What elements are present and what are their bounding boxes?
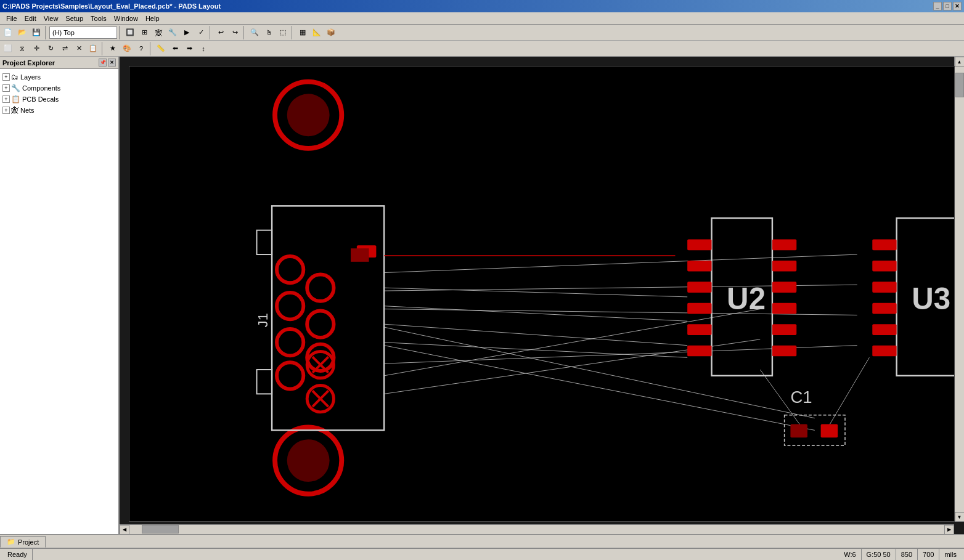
svg-rect-56 xyxy=(872,303,896,314)
align-center-button[interactable]: ↕ xyxy=(197,42,210,55)
components-expand[interactable]: + xyxy=(2,84,10,92)
maximize-button[interactable]: □ xyxy=(943,2,952,10)
align-left-button[interactable]: ⬅ xyxy=(168,42,182,55)
pe-header-buttons: 📌 ✕ xyxy=(99,59,116,67)
open-button[interactable]: 📂 xyxy=(15,26,29,39)
pe-close-button[interactable]: ✕ xyxy=(108,59,116,67)
svg-rect-47 xyxy=(772,282,796,293)
new-button[interactable]: 📄 xyxy=(1,26,15,39)
grid-button[interactable]: ⊞ xyxy=(137,26,151,39)
pcb-canvas[interactable]: ▲ ▼ ◀ ▶ xyxy=(120,57,964,534)
layers-expand[interactable]: + xyxy=(2,73,10,81)
svg-rect-43 xyxy=(687,324,711,335)
svg-text:J1: J1 xyxy=(255,313,271,327)
bottom-tabs: 📁 Project xyxy=(0,534,964,548)
filter-button[interactable]: ⧖ xyxy=(15,42,29,55)
layer-dropdown[interactable]: (H) Top xyxy=(49,26,117,39)
status-g: G:50 50 xyxy=(862,549,896,560)
align-right-button[interactable]: ➡ xyxy=(182,42,196,55)
tree-item-layers[interactable]: + 🗂 Layers xyxy=(0,71,118,83)
vscroll-thumb[interactable] xyxy=(955,73,964,97)
separator3 xyxy=(210,26,212,39)
highlight-button[interactable]: ★ xyxy=(106,42,120,55)
menu-bar: File Edit View Setup Tools Window Help xyxy=(0,12,964,25)
title-bar-buttons: _ □ ✕ xyxy=(933,2,962,10)
svg-rect-48 xyxy=(772,303,796,314)
select-button[interactable]: 🖱 xyxy=(262,26,276,39)
separator5 xyxy=(292,26,294,39)
svg-point-4 xyxy=(287,439,330,482)
zoom-in-button[interactable]: 🔍 xyxy=(248,26,261,39)
menu-window[interactable]: Window xyxy=(110,14,142,23)
sep6 xyxy=(102,42,104,55)
project-tab[interactable]: 📁 Project xyxy=(0,536,46,548)
pe-pin-button[interactable]: 📌 xyxy=(99,59,107,67)
design-rules-button[interactable]: 🔲 xyxy=(123,26,137,39)
hscroll-thumb[interactable] xyxy=(142,525,179,534)
close-button[interactable]: ✕ xyxy=(953,2,962,10)
pcb-svg: J1 xyxy=(129,67,954,521)
nets-expand[interactable]: + xyxy=(2,107,10,114)
vscroll-down[interactable]: ▼ xyxy=(955,512,965,522)
color-button[interactable]: 🎨 xyxy=(120,42,134,55)
separator1 xyxy=(45,26,47,39)
hscroll-track[interactable] xyxy=(129,525,944,535)
menu-tools[interactable]: Tools xyxy=(87,14,110,23)
hscroll[interactable]: ◀ ▶ xyxy=(120,524,954,534)
hscroll-right[interactable]: ▶ xyxy=(944,525,954,535)
undo-button[interactable]: ↩ xyxy=(214,26,227,39)
layers-icon: 🗂 xyxy=(11,73,18,81)
drc-button[interactable]: ✓ xyxy=(194,26,208,39)
component-button[interactable]: 📦 xyxy=(324,26,338,39)
hscroll-left[interactable]: ◀ xyxy=(120,525,129,535)
tree-item-pcbdecals[interactable]: + 📋 PCB Decals xyxy=(0,94,118,105)
menu-setup[interactable]: Setup xyxy=(62,14,87,23)
status-text: Ready xyxy=(7,551,27,558)
svg-rect-55 xyxy=(872,282,896,293)
sep7 xyxy=(150,42,152,55)
svg-text:C1: C1 xyxy=(790,388,812,407)
vscroll[interactable]: ▲ ▼ xyxy=(954,57,964,522)
svg-rect-41 xyxy=(687,282,711,293)
tree-item-nets[interactable]: + 🕸 Nets xyxy=(0,105,118,116)
status-unit: mils xyxy=(939,549,962,560)
svg-rect-54 xyxy=(872,261,896,272)
save-button[interactable]: 💾 xyxy=(30,26,43,39)
svg-rect-23 xyxy=(351,248,369,262)
vscroll-track[interactable] xyxy=(955,67,964,512)
auto-route-button[interactable]: ▶ xyxy=(180,26,194,39)
pcb-design[interactable]: J1 xyxy=(129,66,955,522)
pcbdecals-expand[interactable]: + xyxy=(2,95,10,103)
move-button[interactable]: ✛ xyxy=(30,42,43,55)
components-label: Components xyxy=(22,84,60,92)
menu-file[interactable]: File xyxy=(2,14,21,23)
flip-button[interactable]: ⇌ xyxy=(58,42,71,55)
tree-item-components[interactable]: + 🔧 Components xyxy=(0,83,118,94)
rotate-button[interactable]: ↻ xyxy=(44,42,57,55)
layers-label: Layers xyxy=(20,73,41,81)
vscroll-up[interactable]: ▲ xyxy=(955,57,965,67)
pour-button[interactable]: ▦ xyxy=(296,26,309,39)
status-w: W:6 xyxy=(839,549,861,560)
select-all-button[interactable]: ⬜ xyxy=(1,42,15,55)
measure-button[interactable]: 📏 xyxy=(154,42,168,55)
redo-button[interactable]: ↪ xyxy=(228,26,242,39)
trace-button[interactable]: 📐 xyxy=(310,26,324,39)
minimize-button[interactable]: _ xyxy=(933,2,942,10)
netlist-button[interactable]: 🕸 xyxy=(152,26,165,39)
svg-rect-58 xyxy=(872,346,896,357)
svg-rect-67 xyxy=(790,424,807,438)
svg-rect-49 xyxy=(772,324,796,335)
menu-edit[interactable]: Edit xyxy=(21,14,40,23)
svg-rect-68 xyxy=(821,424,838,438)
query-button[interactable]: ? xyxy=(134,42,148,55)
menu-help[interactable]: Help xyxy=(142,14,163,23)
delete-button[interactable]: ✕ xyxy=(72,42,86,55)
properties-button[interactable]: 📋 xyxy=(86,42,100,55)
toolbar1: 📄 📂 💾 (H) Top 🔲 ⊞ 🕸 🔧 ▶ ✓ ↩ ↪ 🔍 🖱 ⬚ ▦ 📐 … xyxy=(0,25,964,41)
menu-view[interactable]: View xyxy=(40,14,62,23)
ecad-button[interactable]: 🔧 xyxy=(166,26,179,39)
status-bar: Ready W:6 G:50 50 850 700 mils xyxy=(0,548,964,560)
zoom-area-button[interactable]: ⬚ xyxy=(276,26,290,39)
pe-tree: + 🗂 Layers + 🔧 Components + 📋 PCB Decals… xyxy=(0,69,118,534)
